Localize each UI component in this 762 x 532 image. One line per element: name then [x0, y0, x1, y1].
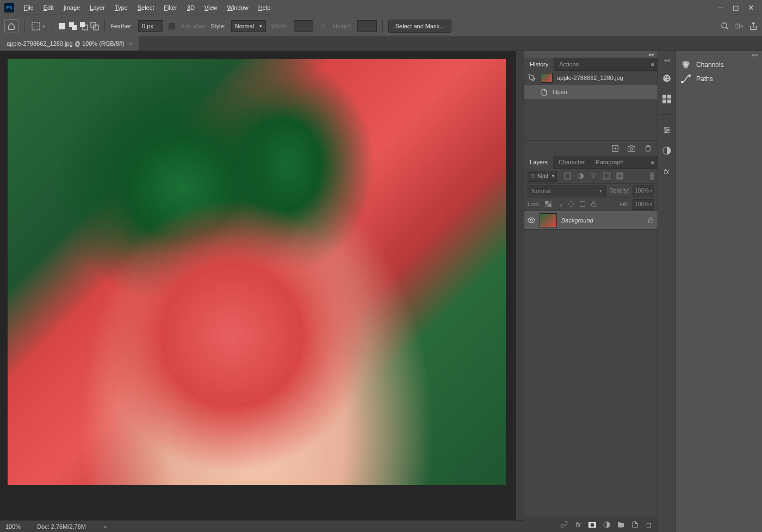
history-panel: History Actions ≡ apple-2788662_1280.jpg… [524, 58, 658, 156]
vertical-scrollbar[interactable] [516, 51, 524, 520]
new-group-icon[interactable] [616, 521, 625, 529]
svg-point-27 [591, 523, 594, 527]
fill-value[interactable]: 100%▾ [633, 199, 654, 210]
select-and-mask-button[interactable]: Select and Mask... [388, 20, 452, 33]
tool-preset-selector[interactable] [30, 19, 46, 33]
layers-lock-row: Lock: Fill: 100%▾ [524, 198, 658, 211]
panel-dock: ▸▸ History Actions ≡ apple-2788662_1280.… [524, 51, 658, 532]
svg-rect-33 [662, 95, 666, 98]
canvas-image[interactable] [8, 59, 506, 485]
style-select[interactable]: Normal▾ [231, 20, 266, 32]
statusbar-flyout-icon[interactable]: ▸ [104, 524, 107, 529]
layers-panel-menu-icon[interactable]: ≡ [648, 159, 658, 165]
tab-actions[interactable]: Actions [554, 58, 584, 71]
lock-artboard-icon[interactable] [579, 201, 586, 208]
menu-select[interactable]: Select [133, 2, 159, 13]
right-labeled-panel: ▸▸ Channels Paths [675, 51, 762, 532]
lock-image-icon[interactable] [556, 201, 563, 208]
new-layer-icon[interactable] [630, 521, 639, 529]
layer-row-background[interactable]: Background [524, 211, 658, 230]
history-panel-menu-icon[interactable]: ≡ [648, 61, 658, 67]
menu-edit[interactable]: Edit [39, 2, 58, 13]
opacity-value[interactable]: 100%▾ [633, 185, 654, 196]
status-bar: 100% Doc: 2,76M/2,76M ▸ [0, 520, 524, 532]
tab-paragraph[interactable]: Paragraph [590, 156, 629, 169]
panel-collapse-handle[interactable]: ▸▸ [524, 51, 658, 58]
search-icon[interactable] [721, 22, 729, 30]
lock-position-icon[interactable] [568, 201, 575, 208]
menu-window[interactable]: Window [223, 2, 253, 13]
svg-rect-25 [648, 220, 653, 222]
document-tab[interactable]: apple-2788662_1280.jpg @ 100% (RGB/8#) × [0, 36, 139, 51]
filter-type-icon[interactable]: T [590, 172, 597, 180]
menu-file[interactable]: File [20, 2, 38, 13]
opacity-label: Opacity: [609, 188, 629, 194]
selection-subtract-icon[interactable] [79, 22, 88, 30]
svg-point-29 [663, 75, 671, 82]
selection-intersect-icon[interactable] [90, 22, 99, 30]
menu-3d[interactable]: 3D [183, 2, 199, 13]
svg-rect-1 [59, 23, 65, 29]
channels-panel-button[interactable]: Channels [676, 58, 762, 72]
link-layers-icon[interactable] [560, 521, 568, 529]
window-minimize[interactable]: ─ [714, 2, 727, 13]
menu-layer[interactable]: Layer [85, 2, 109, 13]
filter-smart-icon[interactable] [616, 172, 623, 180]
adjustment-layer-icon[interactable] [602, 521, 611, 529]
svg-rect-35 [662, 100, 666, 103]
snapshot-camera-icon[interactable] [627, 144, 636, 153]
feather-label: Feather: [110, 23, 133, 29]
menu-type[interactable]: Type [110, 2, 132, 13]
home-button[interactable] [4, 19, 18, 33]
paths-panel-button[interactable]: Paths [676, 72, 762, 86]
menu-view[interactable]: View [200, 2, 222, 13]
zoom-level[interactable]: 100% [5, 523, 21, 530]
menu-image[interactable]: Image [59, 2, 85, 13]
history-snapshot-row[interactable]: apple-2788662_1280.jpg [524, 71, 658, 85]
filter-toggle[interactable] [650, 172, 654, 180]
strip-collapse-handle[interactable]: ◂◂ [658, 57, 675, 63]
tab-character[interactable]: Character [553, 156, 590, 169]
svg-point-42 [665, 132, 667, 133]
svg-point-31 [667, 76, 668, 78]
svg-rect-22 [580, 202, 585, 207]
feather-input[interactable] [138, 20, 163, 32]
delete-state-icon[interactable] [643, 144, 652, 153]
layer-style-icon[interactable]: fx [574, 521, 583, 529]
doc-size[interactable]: Doc: 2,76M/2,76M [37, 523, 86, 530]
filter-pixel-icon[interactable] [563, 172, 571, 180]
lock-all-icon[interactable] [591, 201, 598, 208]
layer-mask-icon[interactable] [588, 521, 597, 529]
create-document-icon[interactable] [611, 144, 619, 153]
delete-layer-icon[interactable] [645, 521, 653, 529]
filter-adjustment-icon[interactable] [577, 172, 584, 180]
window-close[interactable]: ✕ [745, 2, 758, 13]
lock-transparency-icon[interactable] [545, 201, 552, 208]
share-icon[interactable] [749, 22, 758, 30]
window-maximize[interactable]: ◻ [729, 2, 742, 13]
adjustments-panel-icon[interactable] [661, 145, 672, 156]
history-step-row[interactable]: Open [524, 85, 658, 99]
workspace-switcher-icon[interactable] [735, 22, 744, 30]
tab-history[interactable]: History [524, 58, 554, 71]
canvas-viewport[interactable] [0, 51, 524, 520]
styles-panel-icon[interactable]: fx [661, 166, 672, 177]
selection-new-icon[interactable] [58, 22, 66, 30]
menu-filter[interactable]: Filter [159, 2, 181, 13]
style-label: Style: [210, 23, 226, 29]
lock-label: Lock: [528, 201, 541, 207]
layer-name: Background [561, 217, 643, 224]
menu-help[interactable]: Help [254, 2, 275, 13]
layer-visibility-icon[interactable] [528, 216, 535, 224]
tab-layers[interactable]: Layers [524, 156, 553, 169]
filter-shape-icon[interactable] [603, 172, 610, 180]
blend-mode-select[interactable]: Normal▾ [528, 185, 606, 196]
labeled-collapse-handle[interactable]: ▸▸ [676, 51, 762, 58]
close-tab-icon[interactable]: × [129, 40, 132, 47]
filter-kind-select[interactable]: Kind▾ [528, 171, 557, 182]
color-panel-icon[interactable] [661, 73, 672, 84]
properties-panel-icon[interactable] [661, 125, 672, 135]
selection-add-icon[interactable] [69, 22, 77, 30]
width-label: Width: [271, 23, 288, 29]
swatches-panel-icon[interactable] [661, 94, 672, 104]
